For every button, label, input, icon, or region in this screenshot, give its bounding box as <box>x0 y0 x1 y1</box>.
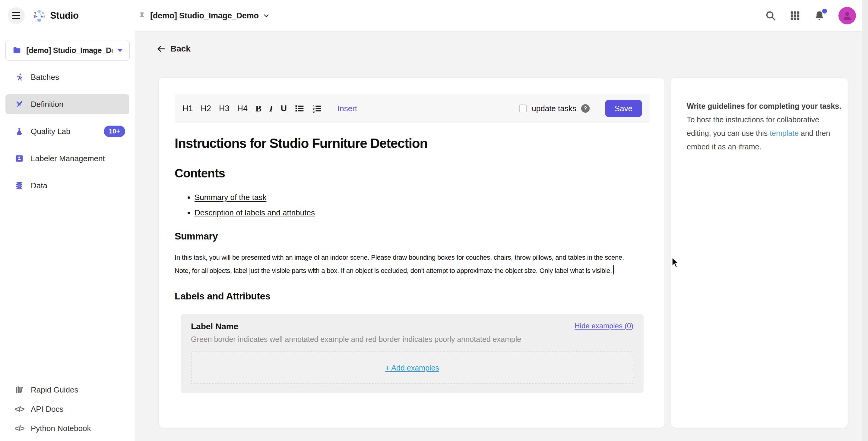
folder-icon <box>12 46 22 55</box>
books-icon <box>14 385 24 395</box>
list-item: Description of labels and attributes <box>194 208 649 217</box>
back-button[interactable]: Back <box>157 44 191 54</box>
sidebar-item-label: API Docs <box>31 405 63 414</box>
notifications-button[interactable] <box>814 10 825 22</box>
list-item: Summary of the task <box>194 193 649 202</box>
text-caret <box>613 265 614 274</box>
apps-grid-icon <box>789 10 801 21</box>
user-icon <box>841 10 853 22</box>
summary-heading: Summary <box>175 231 649 242</box>
caret-down-icon <box>117 49 123 52</box>
heading2-button[interactable]: H2 <box>201 104 211 113</box>
heading3-button[interactable]: H3 <box>219 104 229 113</box>
project-selector-label: [demo] Studio_Image_Demo <box>26 46 113 55</box>
top-bar-actions <box>765 0 856 31</box>
examples-dropzone[interactable]: + Add examples <box>191 351 633 384</box>
italic-button[interactable]: I <box>269 103 273 113</box>
database-icon <box>14 181 24 191</box>
update-tasks-checkbox[interactable] <box>519 104 527 112</box>
quality-lab-badge: 10+ <box>104 126 125 137</box>
template-link[interactable]: template <box>770 129 799 137</box>
bullet-list-icon <box>294 104 304 113</box>
back-arrow-icon <box>157 44 165 53</box>
studio-logo-icon[interactable] <box>33 9 46 22</box>
instructions-editor-card: H1 H2 H3 H4 B I U 1 2 3 <box>158 77 665 428</box>
labels-heading: Labels and Attributes <box>175 291 649 302</box>
insert-button[interactable]: Insert <box>338 104 357 113</box>
sidebar-item-quality-lab[interactable]: Quality Lab 10+ <box>5 122 129 141</box>
guidelines-title: Write guidelines for completing your tas… <box>687 99 833 113</box>
back-label: Back <box>170 44 191 54</box>
top-bar: Studio [demo] Studio_Image_Demo <box>0 0 868 32</box>
label-card-header: Label Name Hide examples (0) <box>191 322 633 331</box>
app-name: Studio <box>50 10 79 21</box>
guidelines-text: Write guidelines for completing your tas… <box>671 78 848 154</box>
notification-dot <box>822 9 827 13</box>
summary-line-2-text: Note, for all objects, label just the vi… <box>175 267 612 274</box>
label-card-title: Label Name <box>191 322 238 331</box>
sidebar: [demo] Studio_Image_Demo Batches <box>0 31 135 441</box>
add-examples-link[interactable]: + Add examples <box>385 364 439 372</box>
code-icon: </> <box>14 423 24 433</box>
pinned-project-dropdown[interactable]: [demo] Studio_Image_Demo <box>138 0 270 31</box>
hamburger-menu-button[interactable] <box>8 7 25 24</box>
flask-icon <box>14 127 24 136</box>
guidelines-body: To host the instructions for collaborati… <box>687 113 833 154</box>
sidebar-item-label: Data <box>31 181 48 191</box>
hide-examples-link[interactable]: Hide examples (0) <box>575 322 633 330</box>
pin-icon <box>138 12 146 20</box>
avatar[interactable] <box>838 7 856 24</box>
sidebar-item-label: Labeler Management <box>31 154 105 163</box>
toc-link-summary[interactable]: Summary of the task <box>194 193 266 202</box>
underline-button[interactable]: U <box>281 104 287 113</box>
id-card-icon <box>14 154 24 163</box>
contents-list: Summary of the task Description of label… <box>175 193 649 217</box>
toc-link-labels[interactable]: Description of labels and attributes <box>194 208 315 217</box>
summary-paragraph: In this task, you will be presented with… <box>175 251 649 277</box>
summary-line-2: Note, for all objects, label just the vi… <box>175 264 649 277</box>
search-button[interactable] <box>765 10 776 22</box>
sidebar-item-labeler-management[interactable]: Labeler Management <box>5 148 129 168</box>
sidebar-item-label: Quality Lab <box>31 127 70 136</box>
bold-button[interactable]: B <box>255 103 261 113</box>
sidebar-item-label: Definition <box>31 100 63 109</box>
document-title: Instructions for Studio Furniture Detect… <box>175 136 649 151</box>
guidelines-panel: Write guidelines for completing your tas… <box>671 77 848 428</box>
edit-tools-icon <box>14 99 24 109</box>
sidebar-item-definition[interactable]: Definition <box>5 94 129 114</box>
code-icon: </> <box>14 404 24 414</box>
save-button[interactable]: Save <box>605 100 642 117</box>
top-bar-left: Studio <box>0 7 79 24</box>
chevron-down-icon <box>263 12 270 19</box>
sidebar-item-label: Batches <box>31 73 59 82</box>
hamburger-menu-icon <box>12 12 20 19</box>
sidebar-item-data[interactable]: Data <box>5 176 129 196</box>
sidebar-item-rapid-guides[interactable]: Rapid Guides <box>5 382 129 397</box>
numbered-list-icon: 1 2 3 <box>312 104 322 113</box>
summary-line-1: In this task, you will be presented with… <box>175 251 649 264</box>
search-icon <box>765 10 776 22</box>
sidebar-nav: Batches Definition <box>0 67 135 196</box>
sidebar-item-label: Python Notebook <box>31 424 91 433</box>
sidebar-item-label: Rapid Guides <box>31 385 79 395</box>
heading4-button[interactable]: H4 <box>237 104 248 113</box>
sidebar-footer: Rapid Guides </> API Docs </> Python Not… <box>5 382 129 436</box>
label-card: Label Name Hide examples (0) Green borde… <box>181 314 644 393</box>
page-scrollbar[interactable] <box>862 0 868 441</box>
sidebar-item-api-docs[interactable]: </> API Docs <box>5 402 129 416</box>
help-icon[interactable]: ? <box>581 104 590 113</box>
bullet-list-button[interactable] <box>294 104 304 113</box>
contents-heading: Contents <box>175 167 649 180</box>
numbered-list-button[interactable]: 1 2 3 <box>312 104 322 113</box>
heading1-button[interactable]: H1 <box>183 104 193 113</box>
instructions-document[interactable]: Instructions for Studio Furniture Detect… <box>175 123 649 393</box>
sidebar-item-batches[interactable]: Batches <box>5 67 129 87</box>
sidebar-item-python-notebook[interactable]: </> Python Notebook <box>5 421 129 436</box>
project-selector[interactable]: [demo] Studio_Image_Demo <box>5 40 130 61</box>
svg-text:3: 3 <box>313 110 315 113</box>
update-tasks-label: update tasks <box>532 104 576 113</box>
running-icon <box>14 72 24 82</box>
toolbar-right: update tasks ? Save <box>519 100 642 117</box>
apps-grid-button[interactable] <box>789 10 801 21</box>
pinned-project-title: [demo] Studio_Image_Demo <box>150 11 259 21</box>
